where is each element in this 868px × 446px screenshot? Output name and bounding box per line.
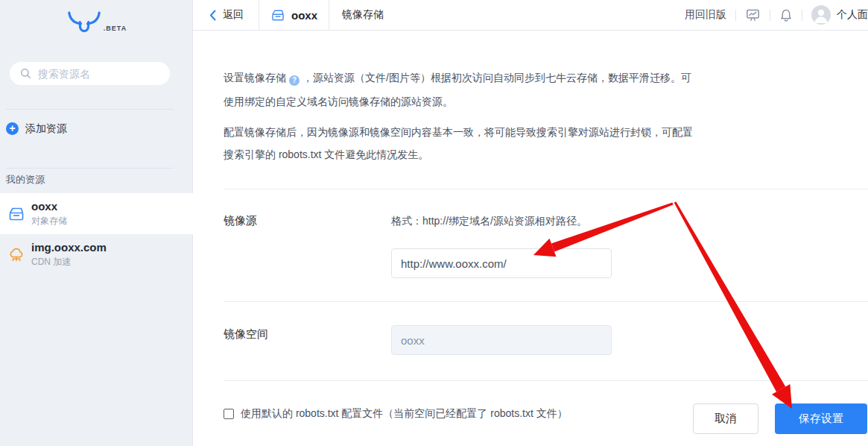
resource-name: img.ooxx.com xyxy=(31,241,107,254)
topbar-divider xyxy=(735,10,736,21)
search-box[interactable] xyxy=(10,62,170,85)
storage-icon xyxy=(7,206,25,222)
mirror-space-input xyxy=(391,325,612,355)
save-settings-button[interactable]: 保存设置 xyxy=(775,403,867,434)
sidebar-divider xyxy=(6,109,174,110)
search-input[interactable] xyxy=(38,68,157,80)
intro-paragraph-2-line-2: 搜索引擎的 robots.txt 文件避免此情况发生。 xyxy=(224,148,428,162)
mirror-source-format-hint: 格式：http://绑定域名/源站资源相对路径。 xyxy=(391,215,587,228)
announcement-button[interactable] xyxy=(745,7,761,22)
search-icon xyxy=(20,68,31,79)
avatar[interactable] xyxy=(811,5,831,25)
section-divider xyxy=(224,380,868,381)
robots-checkbox[interactable] xyxy=(224,409,234,419)
section-divider xyxy=(224,301,868,302)
page-title: 镜像存储 xyxy=(329,8,396,22)
sidebar: .BETA 添加资源 我的资源 ooxx 对象存储 xyxy=(0,0,193,446)
notifications-button[interactable] xyxy=(779,8,793,22)
cancel-button[interactable]: 取消 xyxy=(693,403,758,434)
sidebar-divider xyxy=(6,168,174,169)
sidebar-item-cdn-domain[interactable]: img.ooxx.com CDN 加速 xyxy=(0,234,193,275)
robots-checkbox-label: 使用默认的 robots.txt 配置文件（当前空间已经配置了 robots.t… xyxy=(241,407,568,421)
storage-icon xyxy=(270,8,285,22)
intro-text: ，源站资源（文件/图片等）根据初次访问自动同步到七牛云存储，数据平滑迁移。可 xyxy=(302,72,691,84)
back-button[interactable]: 返回 xyxy=(193,0,259,31)
intro-paragraph-1-line-1: 设置镜像存储?，源站资源（文件/图片等）根据初次访问自动同步到七牛云存储，数据平… xyxy=(224,72,691,86)
chevron-left-icon xyxy=(209,10,216,21)
topbar-divider xyxy=(802,10,802,21)
mirror-source-input[interactable] xyxy=(391,248,612,278)
logo-bull-icon xyxy=(66,9,102,34)
user-menu-label[interactable]: 个人面 xyxy=(837,8,868,22)
main-content: 设置镜像存储?，源站资源（文件/图片等）根据初次访问自动同步到七牛云存储，数据平… xyxy=(193,31,868,446)
add-resource-button[interactable]: 添加资源 xyxy=(6,114,187,143)
intro-paragraph-2-line-1: 配置镜像存储后，因为镜像源和镜像空间内容基本一致，将可能导致搜索引擎对源站进行封… xyxy=(224,126,693,139)
person-icon xyxy=(811,5,831,25)
intro-paragraph-1-line-2: 使用绑定的自定义域名访问镜像存储的源站资源。 xyxy=(224,95,453,109)
topbar-divider xyxy=(770,10,770,21)
intro-text: 设置镜像存储 xyxy=(224,72,286,84)
help-icon[interactable]: ? xyxy=(289,75,300,86)
resource-type: CDN 加速 xyxy=(31,256,107,268)
bucket-title: ooxx xyxy=(259,0,329,31)
cdn-icon xyxy=(7,247,25,263)
logo: .BETA xyxy=(0,9,193,34)
resource-name: ooxx xyxy=(31,200,67,213)
back-label: 返回 xyxy=(223,8,244,22)
robots-checkbox-row: 使用默认的 robots.txt 配置文件（当前空间已经配置了 robots.t… xyxy=(224,407,568,421)
mirror-source-label: 镜像源 xyxy=(224,214,257,228)
resource-type: 对象存储 xyxy=(31,215,67,227)
sidebar-item-bucket-ooxx[interactable]: ooxx 对象存储 xyxy=(0,193,193,234)
logo-beta-label: .BETA xyxy=(104,25,127,32)
bell-icon xyxy=(779,8,793,22)
add-resource-label: 添加资源 xyxy=(25,122,67,136)
topbar-right: 用回旧版 xyxy=(685,5,868,25)
section-divider xyxy=(224,189,868,189)
topbar: 返回 ooxx 镜像存储 用回旧版 xyxy=(193,0,868,31)
bucket-name: ooxx xyxy=(291,9,317,22)
old-version-link[interactable]: 用回旧版 xyxy=(685,8,726,22)
my-resources-title: 我的资源 xyxy=(6,173,45,186)
mirror-space-label: 镜像空间 xyxy=(224,327,268,342)
presentation-chart-icon xyxy=(745,7,761,22)
plus-icon xyxy=(6,122,19,135)
